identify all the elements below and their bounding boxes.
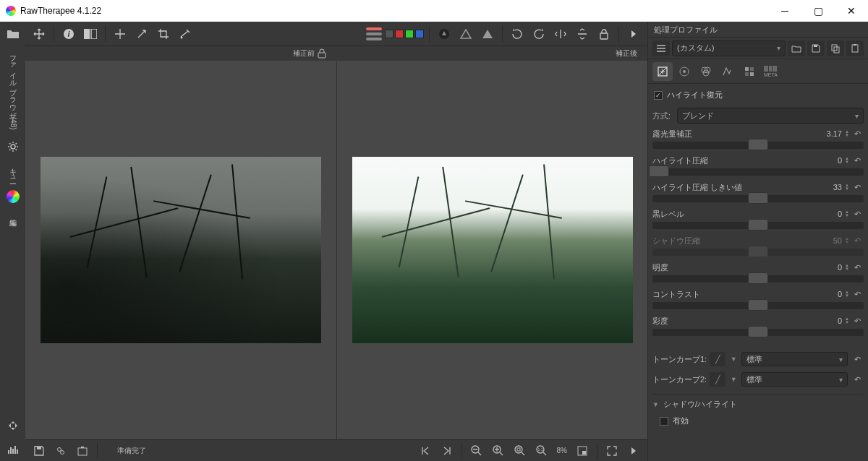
shadow-highlight-header[interactable]: ▼ シャドウ/ハイライト	[652, 394, 864, 413]
white-balance-picker-icon[interactable]	[132, 25, 151, 43]
chip-green[interactable]	[405, 30, 414, 38]
sharpen-preview-icon[interactable]	[435, 25, 454, 43]
chevron-down-icon[interactable]: ▼	[728, 352, 739, 366]
queue-add-icon[interactable]	[51, 441, 70, 460]
highlight-recovery-label: ハイライト復元	[667, 90, 723, 100]
tab-queue[interactable]: キュー	[7, 159, 20, 184]
save-icon[interactable]	[30, 441, 48, 460]
svg-text:1:1: 1:1	[537, 447, 542, 452]
spinner-icon[interactable]: ▲▼	[843, 130, 851, 137]
tone-curve-1: トーンカーブ1: ╱ ▼ 標準 ↶	[652, 349, 864, 369]
reset-icon[interactable]: ↶	[851, 315, 864, 327]
before-after-icon[interactable]	[81, 25, 100, 43]
after-pane[interactable]	[336, 61, 647, 439]
window-title: RawTherapee 4.1.22	[20, 6, 101, 16]
chip-red[interactable]	[395, 30, 404, 38]
profile-copy-icon[interactable]	[827, 40, 844, 56]
maximize-button[interactable]: ▢	[801, 0, 835, 22]
panel-toggle-right-icon[interactable]	[624, 25, 643, 43]
status-text: 準備完了	[103, 446, 161, 456]
fit-window-icon[interactable]	[4, 416, 22, 435]
panel-toggle-bottom-icon[interactable]	[624, 441, 643, 460]
curve1-shape-icon[interactable]: ╱	[710, 352, 726, 366]
zoom-100-icon[interactable]: 1:1	[532, 441, 551, 460]
after-label: 補正後	[616, 48, 637, 59]
titlebar: RawTherapee 4.1.22 ─ ▢ ✕	[0, 0, 868, 22]
curve2-mode-combo[interactable]: 標準	[741, 372, 848, 387]
hand-move-icon[interactable]	[30, 25, 48, 43]
before-pane[interactable]	[25, 61, 336, 439]
svg-rect-14	[37, 447, 41, 449]
fullscreen-icon[interactable]	[603, 441, 621, 460]
tab-detail[interactable]	[674, 62, 694, 81]
close-button[interactable]: ✕	[835, 0, 868, 22]
detail-window-icon[interactable]	[573, 441, 592, 460]
editor-colorwheel-icon[interactable]	[4, 187, 22, 206]
tab-raw[interactable]	[739, 62, 760, 81]
minimize-button[interactable]: ─	[768, 0, 801, 22]
clip-highlight-warning-icon[interactable]	[478, 25, 497, 43]
svg-rect-4	[14, 446, 16, 454]
reset-icon[interactable]: ↶	[851, 373, 864, 386]
reset-icon[interactable]: ↶	[851, 288, 864, 300]
profile-combo[interactable]: (カスタム)	[672, 40, 786, 56]
svg-point-0	[11, 145, 15, 149]
clip-shadow-warning-icon[interactable]	[456, 25, 475, 43]
rotate-right-icon[interactable]	[529, 25, 548, 43]
shadow-highlight-enable[interactable]: 有効	[652, 413, 864, 432]
svg-rect-26	[814, 45, 817, 47]
method-combo[interactable]: ブレンド	[677, 108, 864, 124]
slider-exposure-track[interactable]	[652, 142, 864, 149]
background-toggle-icon[interactable]	[366, 25, 382, 43]
before-after-labels: 補正前 補正後	[25, 46, 647, 61]
chip-luminance[interactable]	[385, 30, 393, 38]
channel-toggle-chips	[385, 30, 424, 38]
chevron-down-icon[interactable]: ▼	[728, 372, 739, 387]
open-folder-icon[interactable]	[4, 25, 22, 43]
profile-paste-icon[interactable]	[846, 40, 864, 56]
app-frame: ファイルブラウザ (48) キュー 編集 i	[0, 22, 868, 461]
svg-rect-12	[600, 33, 608, 39]
curve1-mode-combo[interactable]: 標準	[741, 352, 848, 366]
tab-color[interactable]	[696, 62, 716, 81]
tab-meta[interactable]: META	[761, 62, 780, 81]
gear-icon[interactable]	[4, 137, 22, 156]
chip-blue[interactable]	[415, 30, 424, 38]
lock-ba-icon[interactable]	[595, 25, 613, 43]
straighten-icon[interactable]	[176, 25, 195, 43]
tab-file-browser[interactable]: ファイルブラウザ (48)	[7, 46, 20, 134]
zoom-out-icon[interactable]	[467, 441, 486, 460]
curve2-shape-icon[interactable]: ╱	[710, 372, 726, 387]
crosshair-icon[interactable]	[111, 25, 129, 43]
histogram-icon[interactable]	[4, 440, 22, 459]
tab-editor[interactable]: 編集	[7, 209, 20, 217]
reset-icon[interactable]: ↶	[851, 181, 864, 193]
tab-exposure[interactable]	[652, 62, 673, 81]
crop-icon[interactable]	[154, 25, 173, 43]
profile-mode-icon[interactable]	[652, 40, 670, 56]
reset-icon[interactable]: ↶	[851, 262, 864, 273]
after-image	[352, 157, 633, 343]
svg-rect-2	[10, 447, 12, 454]
highlight-recovery-check[interactable]: ✓ ハイライト復元	[652, 87, 864, 106]
tab-transform[interactable]	[718, 62, 738, 81]
external-editor-icon[interactable]	[73, 441, 92, 460]
rotate-left-icon[interactable]	[508, 25, 527, 43]
profile-load-icon[interactable]	[788, 40, 805, 56]
profile-save-icon[interactable]	[807, 40, 825, 56]
zoom-fit-icon[interactable]	[511, 441, 529, 460]
reset-icon[interactable]: ↶	[851, 235, 864, 246]
params-scroll[interactable]: ✓ ハイライト復元 方式: ブレンド 露光量補正 3.17 ▲▼ ↶ ハイラ	[648, 84, 868, 461]
nav-last-icon[interactable]	[438, 441, 456, 460]
lock-icon[interactable]	[318, 48, 326, 59]
info-icon[interactable]: i	[59, 25, 78, 43]
reset-icon[interactable]: ↶	[851, 208, 864, 220]
slider-contrast: コントラスト 0 ▲▼ ↶	[652, 288, 864, 309]
flip-vertical-icon[interactable]	[573, 25, 592, 43]
flip-horizontal-icon[interactable]	[551, 25, 570, 43]
nav-first-icon[interactable]	[416, 441, 435, 460]
reset-icon[interactable]: ↶	[851, 128, 864, 139]
zoom-in-icon[interactable]	[489, 441, 508, 460]
reset-icon[interactable]: ↶	[851, 353, 864, 366]
reset-icon[interactable]: ↶	[851, 155, 864, 166]
